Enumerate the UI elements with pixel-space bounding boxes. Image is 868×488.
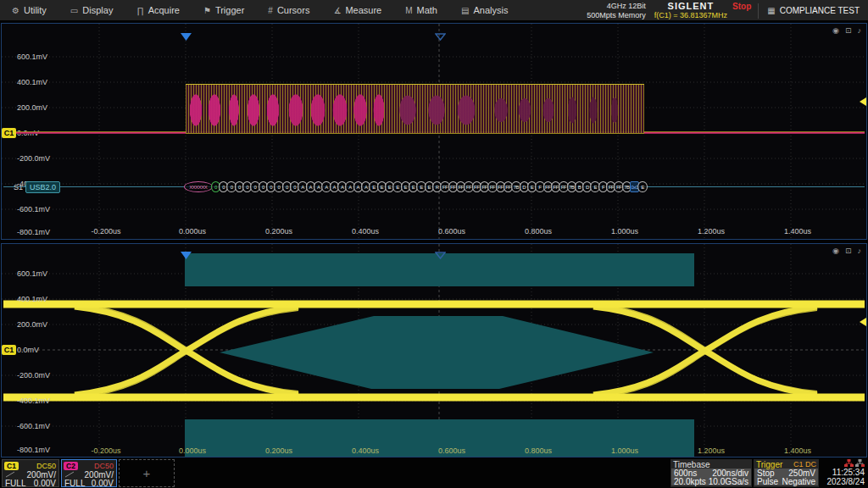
- channel1-coupling: DC50: [36, 462, 56, 470]
- usb2-bus-badge[interactable]: USB2.0: [25, 181, 60, 193]
- channel1-info-box[interactable]: C1 DC50 200mV/ FULL 0.00V: [2, 459, 59, 487]
- clock-box[interactable]: 11:25:34 2023/8/24: [821, 459, 866, 487]
- trigger-position-marker[interactable]: [181, 252, 192, 259]
- x-axis-label: 1.400us: [772, 446, 823, 455]
- menu-item-label: Analysis: [473, 5, 508, 15]
- x-axis-label: 0.600us: [426, 446, 477, 455]
- clock-time: 11:25:34: [832, 468, 865, 477]
- x-axis-label: 1.000us: [599, 227, 650, 236]
- menu-item-label: Utility: [24, 5, 47, 15]
- trigger-position-marker[interactable]: [181, 33, 192, 41]
- y-axis-label: -200.0mV: [17, 154, 50, 163]
- menu-item-label: Math: [417, 5, 437, 15]
- plus-icon: +: [143, 466, 151, 480]
- timebase-info-box[interactable]: Timebase 600ns 200ns/div 20.0kpts 10.0GS…: [670, 459, 752, 487]
- x-axis-label: 0.600us: [426, 227, 477, 236]
- eye-diagram: [2, 244, 866, 457]
- delay-reference-marker[interactable]: [435, 33, 446, 41]
- menu-item-label: Trigger: [215, 5, 244, 15]
- x-axis-label: 0.000us: [167, 446, 218, 455]
- trigger-level-arrow[interactable]: [860, 97, 866, 106]
- y-axis-label: 400.1mV: [17, 78, 47, 86]
- fullscreen-icon[interactable]: ⊡: [845, 247, 852, 255]
- y-axis-label: 400.1mV: [17, 295, 47, 303]
- channel2-info-box[interactable]: C2 DC50 200mV/ FULL 0.00V: [61, 459, 117, 487]
- x-axis-label: 0.000us: [167, 227, 218, 236]
- compliance-test-app[interactable]: ▦ COMPLIANCE TEST: [758, 3, 868, 19]
- sample-rate: 10.0GSa/s: [709, 477, 748, 486]
- frequency-counter: f(C1) = 36.81367MHz: [654, 11, 727, 20]
- menu-item-label: Measure: [345, 5, 381, 15]
- menu-item[interactable]: ⚑ Trigger: [192, 0, 256, 20]
- app-label: COMPLIANCE TEST: [780, 6, 860, 15]
- y-axis-label: 600.1mV: [17, 269, 47, 278]
- fullscreen-icon[interactable]: ⊡: [845, 26, 852, 35]
- y-axis-label: -800.1mV: [17, 228, 50, 236]
- menu-item-label: Cursors: [277, 5, 310, 15]
- menu-item-label: Display: [82, 5, 113, 15]
- decode-bubble: XXXXXX: [184, 181, 213, 192]
- lan-status-icon: [844, 459, 854, 468]
- x-axis-label: -0.200us: [81, 227, 131, 236]
- delay-reference-marker[interactable]: [435, 252, 446, 259]
- decode-bubble: E: [637, 181, 647, 192]
- x-axis-label: 1.200us: [686, 227, 737, 236]
- menu-item[interactable]: # Cursors: [256, 0, 321, 20]
- x-axis-label: 1.000us: [599, 446, 650, 455]
- memory-label: 500Mpts Memory: [587, 11, 646, 20]
- camera-icon[interactable]: ◉: [832, 247, 839, 255]
- bandwidth-label: 4GHz 12Bit: [607, 2, 646, 11]
- brand-logo: SIGLENT: [668, 2, 715, 11]
- menu-item[interactable]: ∏ Acquire: [125, 0, 192, 20]
- offset-slope-icon: [64, 471, 75, 478]
- y-axis-label: -800.1mV: [17, 446, 50, 454]
- sound-icon[interactable]: ♪: [858, 247, 862, 255]
- menu-item[interactable]: ▤ Analysis: [449, 0, 520, 20]
- sound-icon[interactable]: ♪: [858, 26, 862, 35]
- trigger-slope: Negative: [782, 477, 815, 486]
- channel2-offset: 0.00V: [92, 479, 114, 488]
- menu-item[interactable]: ⚙ Utility: [0, 0, 58, 20]
- channel-badge[interactable]: C1: [2, 345, 16, 355]
- x-axis-label: 0.800us: [513, 446, 564, 455]
- waveform-panel[interactable]: ◉⊡♪ C1 600.1mV400.1mV200.0mV0.0mV-200.0m…: [1, 23, 867, 240]
- menu-item-label: Acquire: [148, 5, 180, 15]
- acquisition-status[interactable]: Stop: [732, 2, 751, 11]
- measure-icon: ∡: [333, 6, 341, 15]
- eye-diagram-panel[interactable]: ◉⊡♪ C1 600.1mV400.1mV200.0mV0.0mV-200.0m…: [1, 243, 867, 458]
- trigger-level-arrow[interactable]: [860, 318, 866, 326]
- x-axis-label: 1.200us: [686, 446, 737, 455]
- panel-toolbar: ◉⊡♪: [832, 26, 861, 35]
- panel-toolbar: ◉⊡♪: [832, 247, 861, 255]
- menu-item[interactable]: M Math: [393, 0, 449, 20]
- y-axis-label: -600.1mV: [17, 205, 50, 214]
- x-axis-label: -0.200us: [81, 446, 131, 455]
- cursors-icon: #: [268, 6, 273, 15]
- x-axis-label: 0.200us: [253, 227, 304, 236]
- decode-bubbles: XXXXXX00000000000AAAAAAAAAEEEEEEEERFFFFF…: [185, 181, 647, 192]
- channel2-bandwidth: FULL: [64, 479, 85, 488]
- oscilloscope-screen: ⚙ Utility ▭ Display ∏ Acquire ⚑ Trigger …: [0, 0, 868, 488]
- menu-item[interactable]: ∡ Measure: [321, 0, 393, 20]
- add-channel-button[interactable]: +: [119, 459, 175, 487]
- y-axis-label: 200.0mV: [17, 320, 47, 329]
- acquire-icon: ∏: [136, 6, 143, 15]
- timebase-points: 20.0kpts: [674, 477, 706, 486]
- serial-bus-ref: S1: [14, 183, 23, 191]
- menu-items: ⚙ Utility ▭ Display ∏ Acquire ⚑ Trigger …: [0, 0, 520, 20]
- trigger-flag-icon: ⚑: [203, 6, 211, 15]
- y-axis-label: 600.1mV: [17, 53, 47, 61]
- channel1-tag: C1: [4, 462, 19, 470]
- trigger-info-box[interactable]: Trigger C1 DC Stop 250mV Pulse Negative: [754, 459, 819, 487]
- x-axis-label: 0.200us: [253, 446, 304, 455]
- display-icon: ▭: [70, 6, 78, 15]
- camera-icon[interactable]: ◉: [832, 26, 839, 35]
- y-axis-label: -600.1mV: [17, 422, 50, 430]
- status-bar: C1 DC50 200mV/ FULL 0.00V C2 DC50 200mV/: [0, 458, 868, 488]
- usb-packet-burst-trace: [186, 84, 644, 134]
- menu-item[interactable]: ▭ Display: [58, 0, 125, 20]
- y-axis-label: 200.0mV: [17, 103, 47, 112]
- channel-badge[interactable]: C1: [2, 128, 16, 138]
- hardware-info: 4GHz 12Bit 500Mpts Memory: [587, 2, 646, 20]
- x-axis-label: 0.800us: [513, 227, 564, 236]
